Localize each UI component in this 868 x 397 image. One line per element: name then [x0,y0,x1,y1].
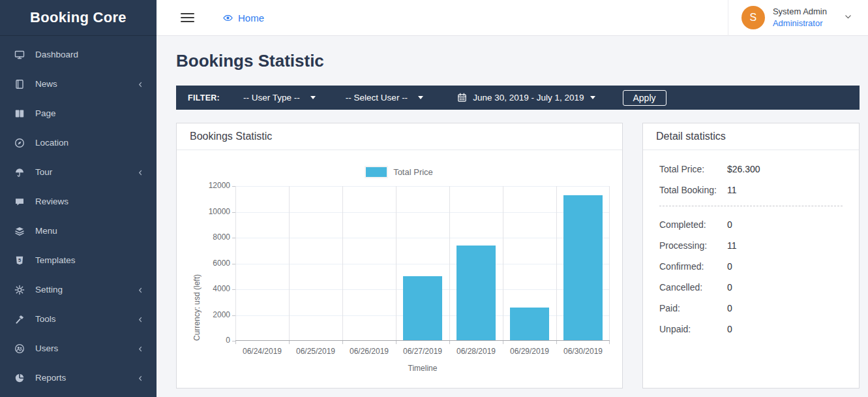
app: Booking Core Dashboard News [0,0,868,397]
stat-value: 0 [727,219,732,230]
x-gridline [289,186,290,341]
chevron-left-icon [137,286,145,294]
page-icon [14,108,25,119]
sidebar-item-label: Dashboard [35,50,145,59]
sidebar-item-tools[interactable]: Tools [0,304,157,334]
eye-icon [222,13,233,23]
caret-down-icon [418,96,423,99]
y-gridline [235,264,610,264]
main-area: Home S System Admin Administrator Bookin… [157,0,868,397]
divider [659,206,843,206]
user-menu[interactable]: S System Admin Administrator [728,0,868,36]
x-tick-mark [289,341,290,344]
stat-label: Cancelled: [659,282,727,293]
home-link-label: Home [238,12,264,24]
tour-icon [14,167,25,178]
hamburger-menu-icon[interactable] [181,13,194,22]
sidebar-item-setting[interactable]: Setting [0,275,157,304]
x-tick-label: 06/27/2019 [396,347,449,356]
chevron-left-icon [137,168,145,176]
date-range-picker[interactable]: June 30, 2019 - July 1, 2019 [457,93,595,103]
reviews-icon [14,197,25,207]
x-gridline [609,186,610,341]
y-tick-label: 2000 [179,310,230,319]
sidebar-nav: Dashboard News Page [0,36,157,392]
x-tick-mark [342,341,343,344]
stats-card-title: Detail statistics [643,123,859,150]
y-gridline [235,212,610,213]
setting-icon [14,285,25,295]
stat-value: 11 [727,240,737,251]
brand-logo[interactable]: Booking Core [0,0,157,36]
chart-bar [403,276,441,341]
templates-icon: 5 [14,255,25,266]
sidebar-item-templates[interactable]: 5 Templates [0,246,157,275]
x-tick-mark [396,341,397,344]
legend-swatch [366,167,387,177]
stat-row-completed: Completed: 0 [659,219,843,230]
sidebar-item-label: Menu [35,226,145,236]
content: Bookings Statistic FILTER: -- User Type … [157,36,868,397]
x-tick-label: 06/29/2019 [503,347,556,356]
chart-legend: Total Price [177,167,622,177]
sidebar-item-label: Reviews [35,197,145,206]
y-tick-label: 4000 [179,284,230,293]
x-tick-label: 06/25/2019 [289,347,342,356]
sidebar-item-label: Page [35,108,145,118]
location-icon [14,138,25,148]
x-tick-label: 06/30/2019 [556,347,610,356]
x-tick-mark [235,341,236,344]
sidebar-item-location[interactable]: Location [0,128,157,157]
stat-value: 0 [727,324,732,334]
sidebar-item-menu[interactable]: Menu [0,216,157,246]
sidebar-item-tour[interactable]: Tour [0,157,157,187]
sidebar-item-label: Setting [35,285,137,294]
x-gridline [396,186,397,341]
x-tick-label: 06/24/2019 [235,347,289,356]
stat-row-cancelled: Cancelled: 0 [659,282,843,293]
stat-label: Completed: [659,219,727,230]
stat-row-paid: Paid: 0 [659,303,843,313]
avatar: S [741,6,765,29]
sidebar-item-users[interactable]: Users [0,334,157,363]
select-user-dropdown[interactable]: -- Select User -- [346,93,423,103]
user-type-dropdown[interactable]: -- User Type -- [243,93,316,103]
stat-label: Total Price: [659,164,727,174]
chart-bar [563,195,602,341]
stat-label: Unpaid: [659,324,727,334]
sidebar-item-dashboard[interactable]: Dashboard [0,40,157,69]
x-gridline [503,186,503,341]
sidebar-item-reviews[interactable]: Reviews [0,187,157,216]
chart-plot: 02000400060008000100001200006/24/201906/… [235,186,610,341]
y-gridline [235,238,610,238]
x-gridline [556,186,557,341]
sidebar-item-news[interactable]: News [0,69,157,99]
stats-body: Total Price: $26.300 Total Booking: 11 C… [643,150,859,358]
sidebar-item-reports[interactable]: Reports [0,363,157,392]
user-name: System Admin [773,6,827,18]
chart-body: Total Price Currency: usd (left) 0200040… [177,150,622,389]
stat-label: Paid: [659,303,727,313]
x-tick-mark [556,341,557,344]
stat-value: 11 [727,185,737,195]
sidebar-item-label: News [35,79,137,89]
sidebar-item-label: Reports [35,373,137,383]
stat-row-unpaid: Unpaid: 0 [659,324,843,334]
chevron-down-icon [844,12,852,24]
x-axis-line [235,340,610,341]
legend-label: Total Price [393,167,433,177]
stat-label: Processing: [659,240,727,251]
stat-row-total-booking: Total Booking: 11 [659,185,843,195]
stat-label: Confirmed: [659,261,727,272]
sidebar-item-page[interactable]: Page [0,99,157,128]
home-link[interactable]: Home [222,12,264,24]
caret-down-icon [590,96,595,99]
sidebar-item-label: Location [35,138,145,148]
y-tick-label: 12000 [179,181,230,190]
apply-button[interactable]: Apply [623,90,666,106]
menu-icon [14,226,25,236]
x-gridline [449,186,450,341]
x-tick-mark [503,341,503,344]
x-gridline [235,186,236,341]
user-type-dropdown-value: -- User Type -- [243,93,300,103]
